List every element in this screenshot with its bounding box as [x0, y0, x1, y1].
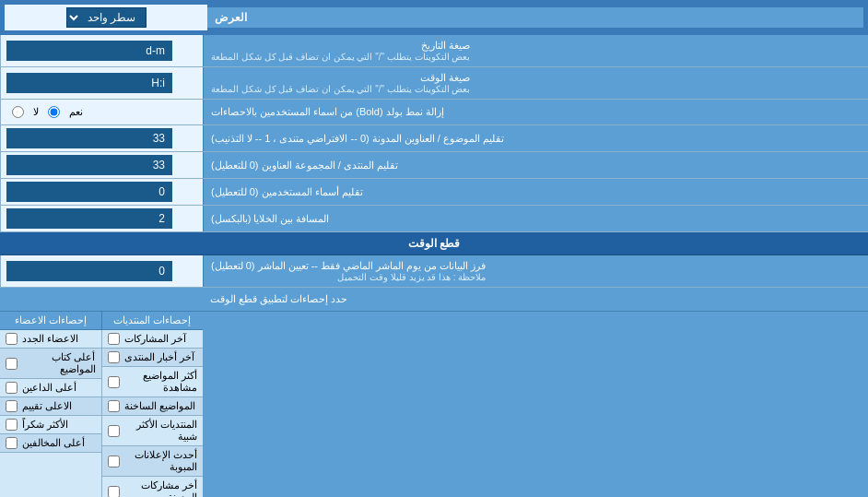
date-format-label: صيغة التاريخ بعض التكوينات يتطلب "/" الت… [203, 35, 868, 66]
stats-item-label: آخر أخبار المنتدى [124, 351, 194, 363]
bold-radio-no-label: لا [33, 106, 39, 118]
col2-header: إحصاءات الاعضاء [0, 312, 101, 329]
stats-item-label: أعلى المخالفين [22, 437, 85, 449]
stats-checkbox-12[interactable] [6, 419, 18, 431]
list-item: المواضيع الساخنة [102, 397, 204, 416]
forum-group-row: تقليم المنتدى / المجموعة العناوين (0 للت… [0, 152, 868, 179]
cutoff-data-label: فرز البيانات من يوم الماشر الماضي فقط --… [203, 255, 868, 287]
stats-empty-col [203, 312, 868, 497]
cell-spacing-label: المسافة بين الخلايا (بالبكسل) [203, 206, 868, 231]
stats-checkbox-10[interactable] [6, 382, 18, 394]
stats-checkbox-13[interactable] [6, 437, 18, 449]
bold-remove-row: إزالة نمط بولد (Bold) من اسماء المستخدمي… [0, 100, 868, 125]
stats-checkbox-8[interactable] [6, 333, 18, 345]
list-item: أعلى الداعين [0, 379, 101, 397]
list-item: آخر المشاركات [102, 330, 204, 349]
stats-apply-row: حدد إحصاءات لتطبيق قطع الوقت [0, 288, 868, 312]
list-item: أعلى كتاب المواضيع [0, 349, 101, 379]
list-item: أعلى المخالفين [0, 434, 101, 453]
topic-trim-input-cell [0, 125, 203, 151]
stats-col2: الاعضاء الجدد أعلى كتاب المواضيع أعلى ال… [0, 330, 101, 497]
stats-container: إحصاءات المنتديات إحصاءات الاعضاء آخر ال… [0, 312, 868, 497]
stats-checkbox-5[interactable] [108, 425, 120, 437]
stats-checkbox-1[interactable] [108, 333, 120, 345]
topic-trim-row: تقليم الموضوع / العناوين المدونة (0 -- ا… [0, 125, 868, 152]
bold-radio-no[interactable] [12, 106, 24, 118]
stats-item-label: الاعلى تقييم [22, 400, 72, 412]
stats-checkbox-9[interactable] [6, 358, 18, 370]
stats-apply-spacer [0, 288, 203, 311]
forum-group-input-cell [0, 152, 203, 178]
time-format-input[interactable] [6, 73, 172, 93]
time-format-input-cell [0, 67, 203, 99]
stats-item-label: الاعضاء الجدد [22, 333, 78, 345]
usernames-input-cell [0, 179, 203, 205]
header-label-cell: العرض [207, 7, 863, 28]
list-item: أخر مشاركات المدونة [102, 477, 204, 497]
stats-checkbox-6[interactable] [108, 456, 120, 467]
cell-spacing-input-cell [0, 206, 203, 231]
col1-header: إحصاءات المنتديات [101, 312, 204, 329]
bold-remove-input-cell: نعم لا [0, 100, 203, 124]
stats-item-label: أعلى كتاب المواضيع [22, 351, 96, 375]
stats-body: آخر المشاركات آخر أخبار المنتدى أكثر الم… [0, 330, 203, 497]
stats-item-label: آخر المشاركات [124, 333, 186, 345]
cutoff-section-header: قطع الوقت [0, 232, 868, 255]
time-format-label: صيغة الوقت بعض التكوينات يتطلب "/" التي … [203, 67, 868, 99]
bold-radio-group: نعم لا [6, 103, 88, 121]
time-format-row: صيغة الوقت بعض التكوينات يتطلب "/" التي … [0, 67, 868, 100]
cell-spacing-row: المسافة بين الخلايا (بالبكسل) [0, 206, 868, 232]
stats-checkbox-4[interactable] [108, 400, 120, 412]
stats-checkbox-11[interactable] [6, 400, 18, 412]
list-item: الاعلى تقييم [0, 397, 101, 416]
bold-radio-yes[interactable] [48, 106, 60, 118]
list-item: الاعضاء الجدد [0, 330, 101, 349]
stats-item-label: أعلى الداعين [22, 382, 76, 394]
cutoff-data-input-cell [0, 255, 203, 287]
usernames-row: تقليم أسماء المستخدمين (0 للتعطيل) [0, 179, 868, 206]
stats-item-label: أكثر المواضيع مشاهدة [124, 370, 198, 394]
stats-checkbox-2[interactable] [108, 351, 120, 363]
header-label: العرض [215, 11, 247, 24]
cutoff-data-row: فرز البيانات من يوم الماشر الماضي فقط --… [0, 255, 868, 288]
stats-col1: آخر المشاركات آخر أخبار المنتدى أكثر الم… [101, 330, 204, 497]
bold-remove-label: إزالة نمط بولد (Bold) من اسماء المستخدمي… [203, 100, 868, 124]
bold-radio-yes-label: نعم [69, 106, 83, 118]
usernames-input[interactable] [6, 182, 172, 202]
display-dropdown[interactable]: سطر واحد [66, 7, 147, 28]
topic-trim-input[interactable] [6, 128, 172, 148]
date-format-input-cell [0, 35, 203, 66]
topic-trim-label: تقليم الموضوع / العناوين المدونة (0 -- ا… [203, 125, 868, 151]
stats-apply-label: حدد إحصاءات لتطبيق قطع الوقت [203, 288, 868, 311]
stats-item-label: المواضيع الساخنة [124, 400, 195, 412]
cell-spacing-input[interactable] [6, 208, 172, 229]
main-container: العرض سطر واحد صيغة التاريخ بعض التكوينا… [0, 0, 868, 497]
stats-item-label: المنتديات الأكثر شبية [124, 419, 198, 443]
stats-item-label: الأكثر شكراً [22, 419, 68, 431]
list-item: المنتديات الأكثر شبية [102, 416, 204, 446]
cutoff-data-input[interactable] [6, 261, 172, 281]
stats-checkbox-3[interactable] [108, 376, 120, 388]
list-item: آخر أخبار المنتدى [102, 349, 204, 367]
stats-checkbox-7[interactable] [108, 486, 120, 498]
date-format-row: صيغة التاريخ بعض التكوينات يتطلب "/" الت… [0, 35, 868, 67]
header-dropdown-cell: سطر واحد [5, 5, 207, 30]
list-item: أحدث الإعلانات المبوبة [102, 446, 204, 477]
stats-item-label: أخر مشاركات المدونة [124, 479, 198, 497]
usernames-label: تقليم أسماء المستخدمين (0 للتعطيل) [203, 179, 868, 205]
stats-headers: إحصاءات المنتديات إحصاءات الاعضاء [0, 312, 203, 330]
stats-cols-area: إحصاءات المنتديات إحصاءات الاعضاء آخر ال… [0, 312, 203, 497]
header-row: العرض سطر واحد [0, 0, 868, 35]
list-item: أكثر المواضيع مشاهدة [102, 367, 204, 397]
list-item: الأكثر شكراً [0, 416, 101, 434]
date-format-input[interactable] [6, 41, 172, 61]
forum-group-input[interactable] [6, 155, 172, 175]
stats-item-label: أحدث الإعلانات المبوبة [124, 449, 198, 473]
forum-group-label: تقليم المنتدى / المجموعة العناوين (0 للت… [203, 152, 868, 178]
